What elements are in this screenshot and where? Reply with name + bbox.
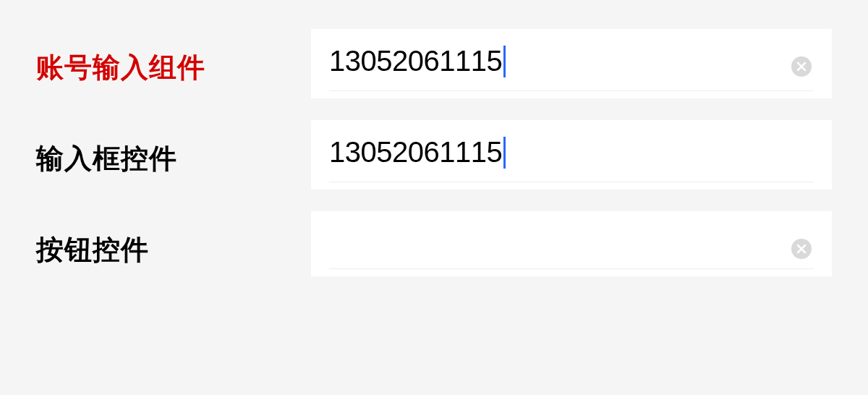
text-caret-icon xyxy=(503,46,506,77)
textfield-value: 13052061115 xyxy=(329,136,502,169)
text-caret-icon xyxy=(503,137,506,169)
account-input-inner: 13052061115 xyxy=(329,45,814,91)
account-input-value: 13052061115 xyxy=(329,45,502,77)
account-input-field[interactable]: 13052061115 xyxy=(311,29,832,98)
textfield-control-row: 输入框控件 13052061115 xyxy=(36,120,832,190)
account-input-component-row: 账号输入组件 13052061115 xyxy=(36,29,832,98)
clear-account-button[interactable] xyxy=(791,56,812,77)
button-control-field[interactable] xyxy=(311,211,832,276)
account-input-label: 账号输入组件 xyxy=(36,29,311,86)
clear-button-control-button[interactable] xyxy=(791,239,812,259)
textfield-input[interactable]: 13052061115 xyxy=(311,120,832,190)
close-icon xyxy=(796,244,807,254)
textfield-label: 输入框控件 xyxy=(36,120,311,177)
close-icon xyxy=(796,61,807,72)
button-control-inner xyxy=(329,227,814,269)
button-control-row: 按钮控件 xyxy=(36,211,832,276)
textfield-inner: 13052061115 xyxy=(329,136,814,182)
button-control-label: 按钮控件 xyxy=(36,211,311,268)
